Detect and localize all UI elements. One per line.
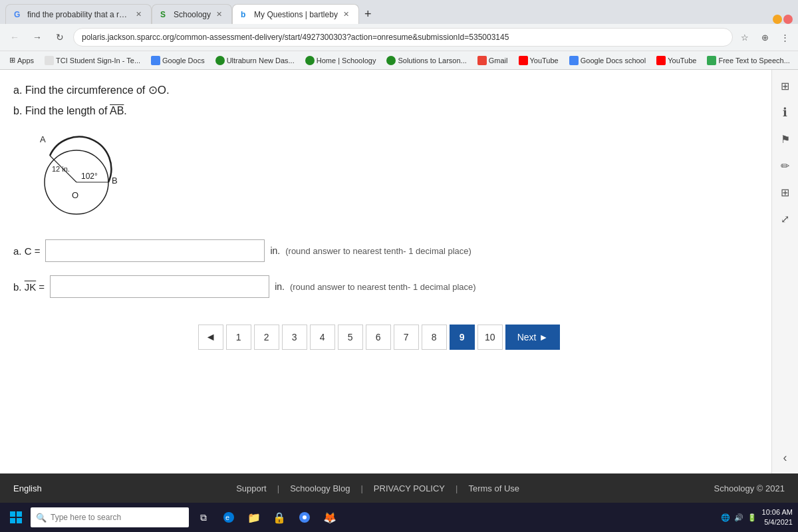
svg-text:e: e — [225, 513, 229, 521]
answer-a-label: a. C = — [13, 245, 40, 257]
taskbar-battery-icon: 🔋 — [747, 513, 757, 522]
bm-gmail[interactable]: Gmail — [473, 55, 512, 66]
footer: English Support | Schoology Blog | PRIVA… — [0, 473, 798, 503]
svg-text:102°: 102° — [81, 172, 98, 181]
taskbar-lock-icon[interactable]: 🔒 — [269, 507, 290, 528]
question-part-b: b. Find the length of AB. — [13, 105, 745, 117]
answer-b-label: b. JK = — [13, 281, 45, 293]
tab-3-title: My Questions | bartleby — [254, 10, 338, 19]
taskbar-edge-icon[interactable]: e — [218, 507, 239, 528]
footer-support[interactable]: Support — [236, 483, 267, 493]
chrome-icon — [299, 511, 311, 523]
tab-1[interactable]: G find the probability that a rando ✕ — [5, 4, 152, 24]
address-input[interactable] — [73, 28, 733, 47]
taskbar-search-box[interactable]: 🔍 — [31, 507, 189, 527]
svg-text:A: A — [40, 134, 46, 144]
windows-start-button[interactable] — [5, 507, 27, 528]
bm-apps[interactable]: ⊞ Apps — [5, 55, 38, 66]
answer-row-a: a. C = in. (round answer to nearest tent… — [13, 239, 745, 262]
bm-solutions[interactable]: Solutions to Larson... — [382, 55, 470, 66]
taskbar-right: 🌐 🔊 🔋 10:06 AM 5/4/2021 — [721, 507, 793, 528]
bm-free-text[interactable]: Free Text to Speech... — [703, 55, 793, 66]
close-btn[interactable] — [783, 15, 793, 24]
taskbar: 🔍 ⧉ e 📁 🔒 🦊 🌐 🔊 🔋 10:06 AM — [0, 503, 798, 532]
minimize-btn[interactable] — [773, 15, 782, 24]
bm-student-signin[interactable]: TCI Student Sign-In - Te... — [41, 55, 144, 66]
page-btn-5[interactable]: 5 — [338, 325, 363, 350]
taskbar-search-icon: 🔍 — [36, 513, 47, 523]
taskbar-network-icon[interactable]: 🌐 — [721, 513, 730, 522]
new-tab-btn[interactable]: + — [359, 4, 377, 24]
taskbar-left: 🔍 ⧉ e 📁 🔒 🦊 — [5, 507, 340, 528]
answer-b-hint: (round answer to nearest tenth- 1 decima… — [290, 282, 476, 292]
bm-google-docs[interactable]: Google Docs — [147, 55, 209, 66]
footer-privacy[interactable]: PRIVACY POLICY — [374, 483, 445, 493]
back-button[interactable]: ← — [5, 28, 24, 47]
taskbar-volume-icon[interactable]: 🔊 — [734, 513, 743, 522]
svg-text:B: B — [112, 176, 118, 186]
bookmark-icon[interactable]: ☆ — [737, 29, 753, 45]
side-table-icon[interactable]: ⊞ — [775, 182, 796, 203]
answer-a-hint: (round answer to nearest tenth- 1 decima… — [285, 246, 471, 256]
page-btn-9[interactable]: 9 — [450, 325, 475, 350]
taskbar-folder-icon[interactable]: 📁 — [243, 507, 265, 528]
tab-1-favicon: G — [14, 10, 23, 19]
side-collapse-icon[interactable]: ‹ — [775, 447, 796, 468]
answer-a-input[interactable] — [45, 239, 265, 262]
page-btn-6[interactable]: 6 — [366, 325, 391, 350]
taskbar-search-input[interactable] — [51, 513, 184, 522]
circle-diagram: A B O — [27, 130, 745, 226]
bm-youtube2[interactable]: YouTube — [652, 55, 700, 66]
page-btn-7[interactable]: 7 — [394, 325, 419, 350]
circle-o-symbol: ⊙O. — [148, 84, 170, 96]
bm-youtube[interactable]: YouTube — [515, 55, 563, 66]
page-btn-8[interactable]: 8 — [422, 325, 447, 350]
page-btn-1[interactable]: 1 — [226, 325, 251, 350]
tab-3-close[interactable]: ✕ — [342, 9, 350, 20]
page-btn-10[interactable]: 10 — [477, 325, 503, 350]
bm-google-docs-school[interactable]: Google Docs school — [565, 55, 650, 66]
footer-blog[interactable]: Schoology Blog — [290, 483, 350, 493]
taskbar-firefox-icon[interactable]: 🦊 — [319, 507, 340, 528]
answer-a-unit: in. — [270, 245, 280, 256]
forward-button[interactable]: → — [28, 28, 47, 47]
extension-icon[interactable]: ⊕ — [757, 29, 773, 45]
prev-page-button[interactable]: ◄ — [198, 325, 223, 350]
taskbar-system-icons: 🌐 🔊 🔋 — [721, 513, 757, 522]
pagination-row: ◄ 1 2 3 4 5 6 7 8 9 10 Next ► — [13, 325, 745, 350]
bookmarks-bar: ⊞ Apps TCI Student Sign-In - Te... Googl… — [0, 51, 798, 69]
task-view-button[interactable]: ⧉ — [193, 507, 214, 528]
tab-2-title: Schoology — [174, 10, 211, 19]
side-expand-icon[interactable]: ⤢ — [775, 208, 796, 229]
side-grid-icon[interactable]: ⊞ — [775, 75, 796, 96]
svg-text:12 in.: 12 in. — [52, 165, 70, 173]
footer-terms[interactable]: Terms of Use — [468, 483, 519, 493]
tab-1-title: find the probability that a rando — [27, 10, 130, 19]
browser-chrome: G find the probability that a rando ✕ S … — [0, 0, 798, 70]
page-btn-4[interactable]: 4 — [310, 325, 335, 350]
svg-rect-9 — [17, 511, 22, 517]
page-btn-2[interactable]: 2 — [254, 325, 279, 350]
svg-text:O: O — [72, 190, 78, 200]
address-bar-row: ← → ↻ ☆ ⊕ ⋮ — [0, 24, 798, 51]
tab-2[interactable]: S Schoology ✕ — [152, 4, 232, 24]
refresh-button[interactable]: ↻ — [51, 28, 69, 47]
menu-icon[interactable]: ⋮ — [777, 29, 793, 45]
side-toolbar: ⊞ ℹ ⚑ ✏ ⊞ ⤢ ‹ — [771, 70, 798, 473]
taskbar-date-display: 5/4/2021 — [762, 517, 793, 527]
answer-b-input[interactable] — [50, 275, 269, 298]
question-part-a: a. Find the circumference of ⊙O. — [13, 83, 745, 97]
tab-2-close[interactable]: ✕ — [215, 9, 223, 20]
taskbar-chrome-icon[interactable] — [294, 507, 315, 528]
next-button[interactable]: Next ► — [505, 325, 561, 350]
bm-home-schoology[interactable]: Home | Schoology — [301, 55, 380, 66]
page-btn-3[interactable]: 3 — [282, 325, 307, 350]
side-info-icon[interactable]: ℹ — [775, 102, 796, 123]
windows-icon — [10, 511, 22, 523]
bm-ultraburn[interactable]: Ultraburn New Das... — [211, 55, 299, 66]
side-edit-icon[interactable]: ✏ — [775, 155, 796, 176]
svg-point-15 — [303, 515, 307, 519]
side-flag-icon[interactable]: ⚑ — [775, 128, 796, 150]
tab-3[interactable]: b My Questions | bartleby ✕ — [232, 4, 359, 24]
tab-1-close[interactable]: ✕ — [134, 9, 143, 20]
